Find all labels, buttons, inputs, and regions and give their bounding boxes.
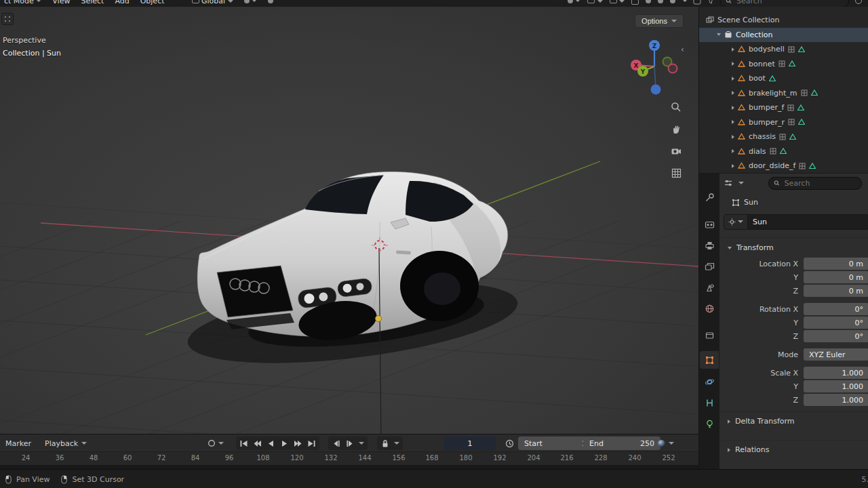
shading-dropdown[interactable] — [682, 0, 688, 5]
mesh-grid-icon[interactable] — [778, 60, 785, 67]
jump-to-start-button[interactable] — [237, 437, 250, 449]
mesh-grid-icon[interactable] — [779, 134, 786, 140]
car-object[interactable] — [183, 171, 521, 378]
expand-icon[interactable] — [732, 120, 734, 124]
expand-icon[interactable] — [732, 62, 734, 66]
location-z-field[interactable]: 0 m — [804, 285, 868, 297]
xray-toggle[interactable] — [631, 0, 639, 5]
navigation-gizmo[interactable]: Z X Y — [626, 38, 688, 100]
overlays-dropdown[interactable] — [610, 0, 625, 5]
frame-start-field[interactable]: Start 1 — [518, 436, 593, 450]
region-collapse-arrow[interactable]: ‹ — [681, 45, 684, 54]
mesh-grid-icon[interactable] — [770, 148, 776, 155]
outliner-row-scene-collection[interactable]: Scene Collection — [699, 13, 868, 28]
editor-type-icon[interactable] — [693, 0, 701, 5]
outliner-row-object[interactable]: brakelight_m — [699, 86, 868, 101]
rotation-z-field[interactable]: 0° — [804, 330, 868, 342]
expand-icon[interactable] — [732, 106, 734, 110]
tab-render[interactable] — [700, 216, 719, 233]
properties-search[interactable] — [768, 177, 862, 190]
frame-end-field[interactable]: End 250 — [583, 436, 660, 450]
outliner-row-object[interactable]: door_dside_f — [699, 159, 868, 174]
snap-dropdown[interactable] — [244, 0, 258, 5]
frame-back-button[interactable] — [330, 437, 342, 449]
mesh-data-icon[interactable] — [780, 148, 787, 155]
outliner-row-collection[interactable]: Collection — [699, 28, 868, 43]
display-options-icon[interactable] — [854, 0, 863, 5]
frame-forward-button[interactable] — [343, 437, 356, 449]
prev-keyframe-button[interactable] — [251, 437, 264, 449]
outliner-row-object[interactable]: boot — [699, 71, 868, 86]
mesh-data-icon[interactable] — [798, 46, 805, 53]
mesh-grid-icon[interactable] — [788, 46, 795, 53]
shading-material-button[interactable] — [670, 0, 675, 3]
next-keyframe-button[interactable] — [292, 437, 304, 449]
breadcrumb-object-name[interactable]: Sun — [744, 198, 758, 207]
tab-world[interactable] — [700, 300, 719, 317]
expand-icon[interactable] — [732, 164, 734, 168]
pivot-point-dropdown[interactable] — [568, 0, 581, 5]
play-button[interactable] — [278, 437, 291, 449]
zoom-button[interactable] — [669, 100, 684, 115]
scene-sphere-icon[interactable] — [655, 437, 668, 449]
gizmo-z-negative[interactable] — [651, 85, 661, 95]
menu-select[interactable]: Select — [81, 0, 104, 5]
shading-solid-button[interactable] — [658, 0, 663, 3]
expand-icon[interactable] — [732, 135, 734, 139]
properties-editor-icon[interactable] — [724, 178, 733, 188]
properties-search-input[interactable] — [783, 178, 856, 188]
scale-x-field[interactable]: 1.000 — [804, 367, 868, 379]
tab-view-layer[interactable] — [700, 258, 719, 275]
menu-object[interactable]: Object — [140, 0, 165, 5]
mesh-data-icon[interactable] — [797, 104, 804, 111]
outliner-row-object[interactable]: bonnet — [699, 57, 868, 72]
expand-icon[interactable] — [732, 47, 734, 52]
shading-wireframe-button[interactable] — [646, 0, 651, 3]
mesh-data-icon[interactable] — [809, 163, 816, 169]
expand-icon[interactable] — [717, 33, 721, 36]
scale-z-field[interactable]: 1.000 — [804, 394, 868, 406]
relations-section-header[interactable]: Relations — [719, 440, 868, 459]
viewport-3d[interactable]: Perspective Collection | Sun Options Z X… — [0, 7, 698, 434]
jump-to-end-button[interactable] — [305, 437, 318, 449]
rotation-y-field[interactable]: 0° — [804, 317, 868, 329]
options-button[interactable]: Options — [635, 14, 684, 28]
mesh-grid-icon[interactable] — [801, 89, 808, 96]
expand-icon[interactable] — [732, 77, 734, 81]
outliner-search[interactable] — [720, 0, 849, 7]
datablock-browse-button[interactable] — [724, 214, 748, 230]
toggle-ortho-button[interactable] — [669, 165, 684, 180]
tab-collection[interactable] — [700, 326, 719, 344]
mesh-data-icon[interactable] — [769, 75, 776, 82]
play-reverse-button[interactable] — [264, 437, 277, 449]
mesh-data-icon[interactable] — [811, 89, 818, 96]
datablock-name-field[interactable]: Sun — [748, 214, 868, 230]
transform-section-header[interactable]: Transform — [719, 237, 868, 256]
mesh-data-icon[interactable] — [789, 134, 796, 140]
current-frame-field[interactable]: 1 — [443, 436, 496, 450]
gizmos-dropdown[interactable] — [587, 0, 603, 5]
timeline-ruler[interactable]: 24 36 48 60 72 84 96 108 120 132 144 156… — [0, 451, 698, 466]
tab-tool[interactable] — [700, 188, 719, 206]
rotation-mode-dropdown[interactable]: XYZ Euler — [804, 348, 868, 361]
tab-constraints[interactable] — [700, 394, 719, 411]
orientation-dropdown[interactable]: Global — [192, 0, 233, 5]
mesh-data-icon[interactable] — [789, 60, 795, 67]
menu-view[interactable]: View — [52, 0, 70, 5]
rotation-x-field[interactable]: 0° — [804, 303, 868, 315]
mode-selector[interactable]: ct Mode — [4, 0, 41, 5]
outliner-row-object[interactable]: chassis — [699, 129, 868, 144]
mesh-grid-icon[interactable] — [788, 119, 795, 125]
use-preview-range-toggle[interactable] — [503, 437, 516, 449]
camera-view-button[interactable] — [669, 144, 684, 159]
tab-output[interactable] — [700, 237, 719, 254]
menu-add[interactable]: Add — [115, 0, 129, 5]
auto-keying-toggle[interactable] — [205, 437, 218, 449]
outliner-row-object[interactable]: bodyshell — [699, 42, 868, 57]
menu-marker[interactable]: Marker — [5, 439, 31, 448]
mesh-data-icon[interactable] — [798, 119, 805, 125]
location-x-field[interactable]: 0 m — [804, 258, 868, 270]
proportional-edit-dropdown[interactable] — [268, 0, 273, 5]
expand-icon[interactable] — [732, 149, 734, 153]
mesh-grid-icon[interactable] — [799, 163, 806, 169]
